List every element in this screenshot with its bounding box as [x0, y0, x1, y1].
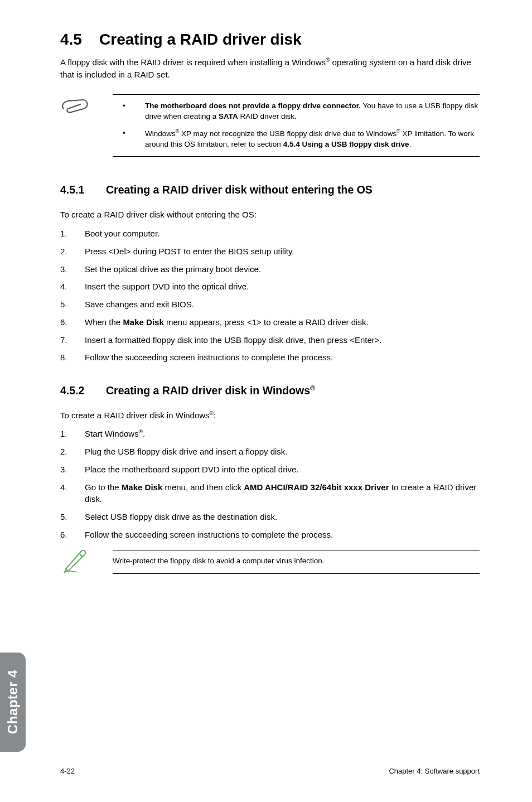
- list-item: 4.Go to the Make Disk menu, and then cli…: [60, 481, 480, 506]
- list-item: 2.Press <Del> during POST to enter the B…: [60, 245, 480, 258]
- step-text: When the Make Disk menu appears, press <…: [85, 316, 480, 328]
- list-item: 3.Place the motherboard support DVD into…: [60, 463, 480, 476]
- subsection-heading: Creating a RAID driver disk in Windows®: [106, 384, 315, 397]
- step-number: 4.: [60, 281, 85, 293]
- list-item: 2.Plug the USB floppy disk drive and ins…: [60, 446, 480, 458]
- chapter-tab-label: Chapter 4: [5, 670, 21, 734]
- step-number: 1.: [60, 428, 85, 440]
- step-text: Start Windows®.: [85, 428, 480, 440]
- step-number: 7.: [60, 334, 85, 346]
- note-block: The motherboard does not provide a flopp…: [60, 94, 480, 157]
- step-text: Press <Del> during POST to enter the BIO…: [85, 245, 480, 258]
- step-list: 1.Boot your computer.2.Press <Del> durin…: [60, 228, 480, 364]
- paperclip-icon: [60, 99, 90, 115]
- tip-content: Write-protect the floppy disk to avoid a…: [113, 550, 480, 574]
- list-item: 1.Boot your computer.: [60, 228, 480, 240]
- step-number: 5.: [60, 298, 85, 311]
- footer-chapter-title: Chapter 4: Software support: [389, 767, 480, 775]
- step-text: Select USB floppy disk drive as the dest…: [85, 511, 480, 523]
- subsection-number: 4.5.1: [60, 183, 106, 196]
- subsection-number: 4.5.2: [60, 384, 106, 397]
- step-number: 6.: [60, 316, 85, 328]
- step-number: 1.: [60, 228, 85, 240]
- page-content: 4.5 Creating a RAID driver disk A floppy…: [0, 0, 532, 576]
- step-text: Insert the support DVD into the optical …: [85, 281, 480, 293]
- subsection-title: 4.5.1Creating a RAID driver disk without…: [60, 183, 480, 196]
- subsection-title: 4.5.2Creating a RAID driver disk in Wind…: [60, 384, 480, 397]
- list-item: 4.Insert the support DVD into the optica…: [60, 281, 480, 293]
- list-item: 7.Insert a formatted floppy disk into th…: [60, 334, 480, 346]
- list-item: 3.Set the optical drive as the primary b…: [60, 263, 480, 276]
- step-text: Follow the succeeding screen instruction…: [85, 529, 480, 541]
- step-text: Save changes and exit BIOS.: [85, 298, 480, 311]
- step-text: Boot your computer.: [85, 228, 480, 240]
- note-item: Windows® XP may not recognize the USB fl…: [123, 128, 480, 150]
- step-number: 2.: [60, 446, 85, 458]
- subsection-lead: To create a RAID driver disk in Windows®…: [60, 409, 480, 422]
- step-number: 3.: [60, 463, 85, 476]
- step-text: Go to the Make Disk menu, and then click…: [85, 481, 480, 506]
- note-content: The motherboard does not provide a flopp…: [113, 94, 480, 157]
- list-item: 6.Follow the succeeding screen instructi…: [60, 529, 480, 541]
- step-text: Plug the USB floppy disk drive and inser…: [85, 446, 480, 458]
- section-heading: Creating a RAID driver disk: [99, 31, 302, 48]
- section-title: 4.5 Creating a RAID driver disk: [60, 31, 480, 49]
- step-text: Follow the succeeding screen instruction…: [85, 351, 480, 364]
- step-text: Place the motherboard support DVD into t…: [85, 463, 480, 476]
- list-item: 6.When the Make Disk menu appears, press…: [60, 316, 480, 328]
- list-item: 8.Follow the succeeding screen instructi…: [60, 351, 480, 364]
- chapter-tab: Chapter 4: [0, 653, 26, 752]
- step-number: 5.: [60, 511, 85, 523]
- step-text: Set the optical drive as the primary boo…: [85, 263, 480, 276]
- tip-block: Write-protect the floppy disk to avoid a…: [60, 549, 480, 576]
- section-number: 4.5: [60, 31, 82, 48]
- note-item: The motherboard does not provide a flopp…: [123, 100, 480, 122]
- step-number: 8.: [60, 351, 85, 364]
- step-number: 4.: [60, 481, 85, 506]
- footer: 4-22 Chapter 4: Software support: [60, 767, 480, 775]
- intro-paragraph: A floppy disk with the RAID driver is re…: [60, 56, 480, 81]
- step-list: 1.Start Windows®.2.Plug the USB floppy d…: [60, 428, 480, 540]
- step-number: 3.: [60, 263, 85, 276]
- subsection-heading: Creating a RAID driver disk without ente…: [106, 183, 373, 196]
- step-number: 6.: [60, 529, 85, 541]
- note-list: The motherboard does not provide a flopp…: [113, 100, 480, 150]
- page-number: 4-22: [60, 767, 75, 775]
- list-item: 1.Start Windows®.: [60, 428, 480, 440]
- step-number: 2.: [60, 245, 85, 258]
- step-text: Insert a formatted floppy disk into the …: [85, 334, 480, 346]
- list-item: 5.Select USB floppy disk drive as the de…: [60, 511, 480, 523]
- pencil-icon: [60, 549, 90, 576]
- list-item: 5.Save changes and exit BIOS.: [60, 298, 480, 311]
- subsection-lead: To create a RAID driver disk without ent…: [60, 209, 480, 221]
